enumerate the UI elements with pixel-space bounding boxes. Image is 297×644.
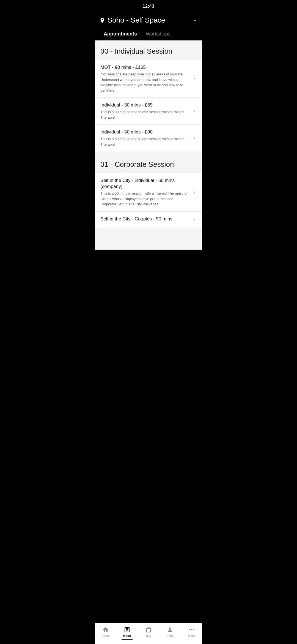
service-list-corporate: Self in the City - individual - 50 mins … [95,173,202,228]
chevron-right-icon [192,109,197,114]
service-description: This is a 50 minute one to one session w… [100,136,188,147]
list-item[interactable]: Self in the City - individual - 50 mins … [95,173,202,212]
service-content: MOT - 90 mins - £165 mot sessions are de… [100,64,188,93]
tab-navigation: Appointments Workshops [95,27,202,40]
service-title: Self in the City - Couples - 50 mins [100,216,188,222]
location-pin-icon [99,17,105,23]
service-description: This is a 30 minute one to one session w… [100,109,188,120]
status-bar: 12:43 [95,0,202,11]
section-header-individual: 00 - Individual Session [95,40,202,60]
service-content: Self in the City - Couples - 50 mins [100,216,188,223]
tab-appointments[interactable]: Appointments [99,29,141,40]
chevron-right-icon [192,136,197,141]
list-item[interactable]: MOT - 90 mins - £165 mot sessions are de… [95,60,202,98]
service-title: MOT - 90 mins - £165 [100,64,188,70]
service-title: Self in the City - individual - 50 mins … [100,178,188,190]
header: Soho - Self Space [95,11,202,27]
list-item[interactable]: Individual - 50 mins - £90 This is a 50 … [95,125,202,151]
service-title: Individual - 50 mins - £90 [100,129,188,135]
location-title: Soho - Self Space [108,16,190,24]
service-content: Self in the City - individual - 50 mins … [100,178,188,207]
status-time: 12:43 [143,4,154,9]
chevron-right-icon [192,190,197,195]
list-item[interactable]: Individual - 30 mins - £65 This is a 30 … [95,98,202,125]
service-description: This is a 50 minute session with a Train… [100,191,188,207]
section-divider [95,151,202,154]
chevron-down-icon[interactable] [192,18,198,23]
location-row[interactable]: Soho - Self Space [99,14,198,27]
section-header-corporate: 01 - Corporate Session [95,154,202,173]
service-content: Individual - 30 mins - £65 This is a 30 … [100,102,188,120]
service-content: Individual - 50 mins - £90 This is a 50 … [100,129,188,147]
service-list-individual: MOT - 90 mins - £165 mot sessions are de… [95,60,202,151]
service-title: Individual - 30 mins - £65 [100,102,188,108]
service-description: mot sessions are deep dive into all area… [100,72,188,93]
content-area: 00 - Individual Session MOT - 90 mins - … [95,40,202,250]
tab-workshops[interactable]: Workshops [141,29,175,40]
chevron-right-icon [192,76,197,81]
list-item[interactable]: Self in the City - Couples - 50 mins [95,212,202,228]
chevron-right-icon [192,217,197,222]
